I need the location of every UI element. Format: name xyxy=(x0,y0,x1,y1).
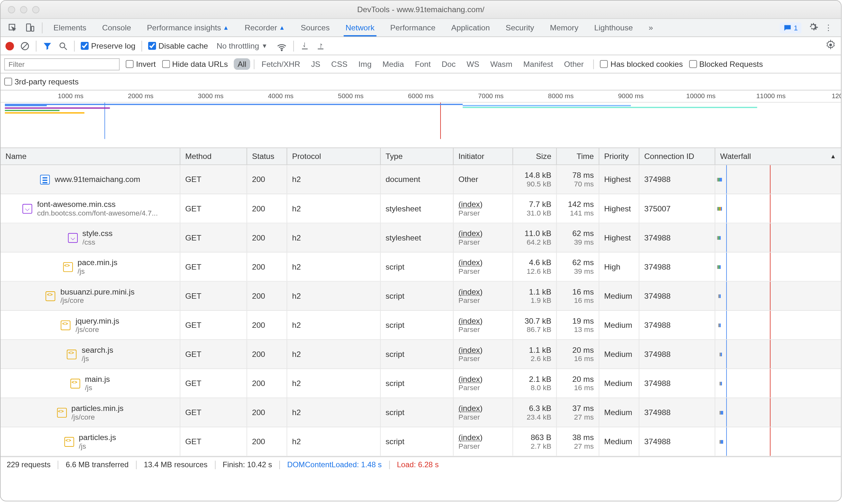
tab-sources[interactable]: Sources xyxy=(293,19,338,36)
cell-priority: Medium xyxy=(599,427,639,456)
col-protocol[interactable]: Protocol xyxy=(287,148,381,164)
cell-type: stylesheet xyxy=(381,223,454,252)
export-icon[interactable] xyxy=(316,41,325,51)
request-row[interactable]: busuanzi.pure.mini.js/js/coreGET200h2scr… xyxy=(1,282,841,311)
traffic-close[interactable] xyxy=(8,6,15,13)
filter-type-all[interactable]: All xyxy=(234,58,250,70)
tabs-more-icon[interactable]: » xyxy=(641,19,661,36)
clear-icon[interactable] xyxy=(20,41,30,51)
invert-checkbox[interactable]: Invert xyxy=(126,59,156,69)
tick: 4000 ms xyxy=(268,92,293,100)
import-icon[interactable] xyxy=(300,41,309,51)
cell-protocol: h2 xyxy=(287,282,381,310)
filter-type-media[interactable]: Media xyxy=(379,58,408,70)
timeline-overview[interactable]: 1000 ms2000 ms3000 ms4000 ms5000 ms6000 … xyxy=(1,90,841,148)
request-row[interactable]: particles.min.js/js/coreGET200h2script(i… xyxy=(1,398,841,427)
traffic-max[interactable] xyxy=(32,6,40,13)
col-initiator[interactable]: Initiator xyxy=(454,148,513,164)
tab-application[interactable]: Application xyxy=(443,19,498,36)
throttling-select[interactable]: No throttling▼ xyxy=(214,40,270,52)
cell-time: 62 ms39 ms xyxy=(557,253,599,281)
cell-connection: 374988 xyxy=(640,253,715,281)
col-type[interactable]: Type xyxy=(381,148,454,164)
traffic-min[interactable] xyxy=(20,6,28,13)
cell-priority: Highest xyxy=(599,223,639,252)
request-row[interactable]: www.91temaichang.comGET200h2documentOthe… xyxy=(1,165,841,194)
request-row[interactable]: jquery.min.js/js/coreGET200h2script(inde… xyxy=(1,311,841,340)
tick: 10000 ms xyxy=(686,92,716,100)
tab-elements[interactable]: Elements xyxy=(46,19,94,36)
tab-performance-insights[interactable]: Performance insights▲ xyxy=(139,19,237,36)
request-list[interactable]: www.91temaichang.comGET200h2documentOthe… xyxy=(1,165,841,456)
status-load: Load: 6.28 s xyxy=(397,461,439,469)
tab-console[interactable]: Console xyxy=(94,19,139,36)
cell-size: 30.7 kB86.7 kB xyxy=(513,311,557,339)
cell-waterfall xyxy=(715,165,841,194)
filter-type-fetchxhr[interactable]: Fetch/XHR xyxy=(258,58,304,70)
kebab-icon[interactable]: ⋮ xyxy=(824,23,832,32)
col-method[interactable]: Method xyxy=(180,148,247,164)
col-priority[interactable]: Priority xyxy=(599,148,639,164)
filter-type-ws[interactable]: WS xyxy=(463,58,483,70)
messages-badge[interactable]: 1 xyxy=(780,22,802,33)
preserve-log-checkbox[interactable]: Preserve log xyxy=(80,41,135,50)
disable-cache-checkbox[interactable]: Disable cache xyxy=(148,41,208,50)
cell-waterfall xyxy=(715,223,841,252)
request-row[interactable]: pace.min.js/jsGET200h2script(index)Parse… xyxy=(1,253,841,282)
col-size[interactable]: Size xyxy=(513,148,557,164)
device-icon[interactable] xyxy=(21,19,38,36)
cell-connection: 374988 xyxy=(640,340,715,368)
tab-performance[interactable]: Performance xyxy=(382,19,443,36)
cell-waterfall xyxy=(715,427,841,456)
has-blocked-cookies-checkbox[interactable]: Has blocked cookies xyxy=(600,59,683,69)
col-time[interactable]: Time xyxy=(557,148,599,164)
filter-type-css[interactable]: CSS xyxy=(327,58,351,70)
search-icon[interactable] xyxy=(58,41,68,51)
request-row[interactable]: font-awesome.min.csscdn.bootcss.com/font… xyxy=(1,194,841,223)
filter-type-img[interactable]: Img xyxy=(355,58,375,70)
filter-type-wasm[interactable]: Wasm xyxy=(487,58,516,70)
settings-icon[interactable] xyxy=(807,21,818,34)
col-name[interactable]: Name xyxy=(1,148,180,164)
tab-recorder[interactable]: Recorder▲ xyxy=(237,19,293,36)
cell-status: 200 xyxy=(247,427,287,456)
status-bar: 229 requests 6.6 MB transferred 13.4 MB … xyxy=(1,456,841,472)
cell-connection: 374988 xyxy=(640,398,715,427)
col-status[interactable]: Status xyxy=(247,148,287,164)
request-row[interactable]: style.css/cssGET200h2stylesheet(index)Pa… xyxy=(1,223,841,252)
cell-initiator: (index)Parser xyxy=(454,340,513,368)
request-path: /js xyxy=(77,267,118,276)
filter-type-font[interactable]: Font xyxy=(411,58,434,70)
table-header: Name Method Status Protocol Type Initiat… xyxy=(1,148,841,165)
main-tabs: ElementsConsolePerformance insights▲Reco… xyxy=(1,19,841,37)
hide-data-urls-checkbox[interactable]: Hide data URLs xyxy=(162,59,228,69)
tab-security[interactable]: Security xyxy=(498,19,542,36)
inspect-icon[interactable] xyxy=(4,19,21,36)
col-waterfall[interactable]: Waterfall▲ xyxy=(715,148,841,164)
filter-type-manifest[interactable]: Manifest xyxy=(520,58,557,70)
cell-method: GET xyxy=(180,311,247,339)
filter-type-js[interactable]: JS xyxy=(307,58,324,70)
request-row[interactable]: search.js/jsGET200h2script(index)Parser1… xyxy=(1,340,841,369)
tab-lighthouse[interactable]: Lighthouse xyxy=(586,19,641,36)
request-row[interactable]: main.js/jsGET200h2script(index)Parser2.1… xyxy=(1,369,841,398)
request-name: www.91temaichang.com xyxy=(55,175,140,184)
col-connection-id[interactable]: Connection ID xyxy=(640,148,715,164)
blocked-requests-checkbox[interactable]: Blocked Requests xyxy=(689,59,763,69)
record-button[interactable] xyxy=(5,41,14,50)
filter-input[interactable] xyxy=(4,58,120,70)
tick: 1000 ms xyxy=(58,92,84,100)
cell-size: 863 B2.7 kB xyxy=(513,427,557,456)
tab-memory[interactable]: Memory xyxy=(542,19,586,36)
filter-type-other[interactable]: Other xyxy=(560,58,587,70)
panel-settings-icon[interactable] xyxy=(825,39,836,52)
filter-type-doc[interactable]: Doc xyxy=(438,58,460,70)
tick: 12000 xyxy=(832,92,841,100)
cell-type: document xyxy=(381,165,454,194)
request-row[interactable]: particles.js/jsGET200h2script(index)Pars… xyxy=(1,427,841,456)
third-party-checkbox[interactable]: 3rd-party requests xyxy=(4,77,79,86)
tab-network[interactable]: Network xyxy=(338,19,382,36)
status-finish: Finish: 10.42 s xyxy=(223,461,272,469)
network-conditions-icon[interactable] xyxy=(276,40,287,51)
filter-icon[interactable] xyxy=(42,41,52,51)
